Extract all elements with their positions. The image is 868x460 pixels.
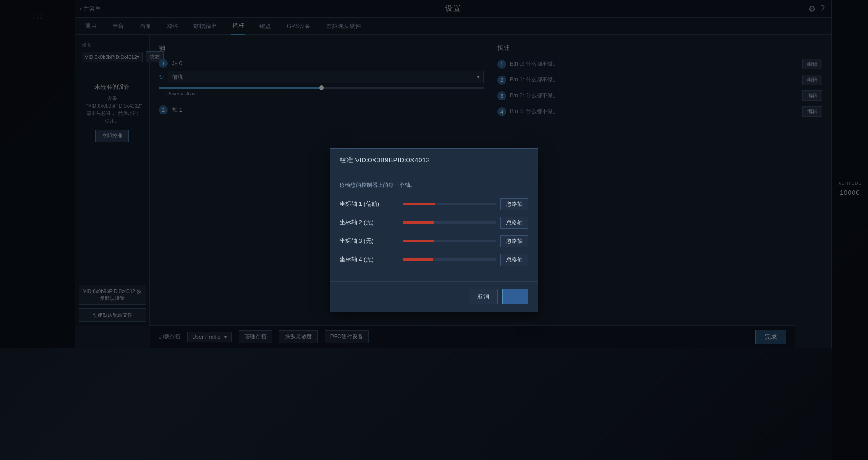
calibration-modal: 校准 VID:0X0B9BPID:0X4012 移动您的控制器上的每一个轴。 坐… xyxy=(330,148,538,312)
modal-axis-label-3: 坐标轴 4 (无) xyxy=(340,256,398,264)
modal-ignore-btn-2[interactable]: 忽略轴 xyxy=(500,235,528,247)
modal-axis-row-1: 坐标轴 2 (无) 忽略轴 xyxy=(340,217,528,229)
modal-ignore-btn-1[interactable]: 忽略轴 xyxy=(500,217,528,229)
modal-subtitle: 移动您的控制器上的每一个轴。 xyxy=(340,181,528,189)
modal-axis-fill-2 xyxy=(403,240,434,242)
modal-axis-row-0: 坐标轴 1 (偏航) 忽略轴 xyxy=(340,198,528,210)
modal-axis-track-1 xyxy=(403,221,496,224)
modal-axis-label-2: 坐标轴 3 (无) xyxy=(340,237,398,245)
modal-axis-fill-1 xyxy=(403,221,434,224)
modal-ignore-btn-0[interactable]: 忽略轴 xyxy=(500,198,528,210)
modal-cancel-button[interactable]: 取消 xyxy=(469,289,498,304)
modal-axis-fill-3 xyxy=(403,258,433,261)
modal-header: 校准 VID:0X0B9BPID:0X4012 xyxy=(330,149,538,172)
modal-body: 移动您的控制器上的每一个轴。 坐标轴 1 (偏航) 忽略轴 坐标轴 2 (无) … xyxy=(330,172,538,281)
modal-overlay: 校准 VID:0X0B9BPID:0X4012 移动您的控制器上的每一个轴。 坐… xyxy=(0,0,868,460)
modal-confirm-button[interactable] xyxy=(502,289,528,304)
modal-axis-track-2 xyxy=(403,240,496,242)
modal-title: 校准 VID:0X0B9BPID:0X4012 xyxy=(340,156,429,164)
modal-axis-fill-0 xyxy=(403,203,435,205)
modal-axis-label-1: 坐标轴 2 (无) xyxy=(340,218,398,227)
modal-axis-row-2: 坐标轴 3 (无) 忽略轴 xyxy=(340,235,528,247)
modal-footer: 取消 xyxy=(330,281,538,312)
modal-axis-row-3: 坐标轴 4 (无) 忽略轴 xyxy=(340,254,528,266)
modal-axis-track-0 xyxy=(403,203,496,205)
modal-axis-label-0: 坐标轴 1 (偏航) xyxy=(340,200,398,208)
modal-ignore-btn-3[interactable]: 忽略轴 xyxy=(500,254,528,266)
modal-axis-track-3 xyxy=(403,258,496,261)
